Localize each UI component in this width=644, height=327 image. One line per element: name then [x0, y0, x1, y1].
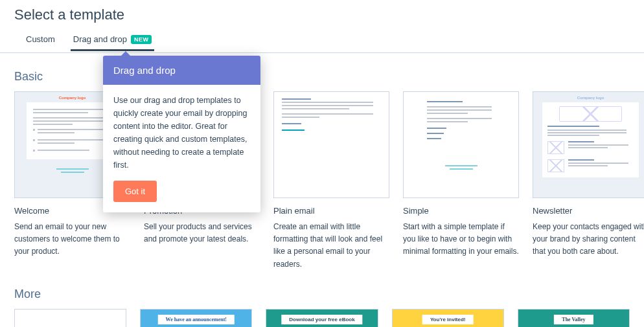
tab-drag-and-drop-label: Drag and drop: [73, 34, 127, 44]
tabs: Custom Drag and drop NEW: [0, 32, 644, 53]
more-card-valley[interactable]: The Valley: [518, 309, 630, 327]
template-title: Simple: [403, 206, 519, 216]
template-desc: Send an email to your new customers to w…: [14, 221, 130, 258]
page-title: Select a template: [0, 0, 644, 32]
more-card-label: Download your free eBook: [281, 315, 362, 325]
more-card-invited[interactable]: You're invited!: [392, 309, 504, 327]
template-desc: Keep your contacts engaged with your bra…: [533, 221, 644, 258]
template-card-simple: Simple Start with a simple template if y…: [403, 91, 519, 271]
template-desc: Start with a simple template if you like…: [403, 221, 519, 258]
more-card-announcement[interactable]: We have an announcement!: [140, 309, 252, 327]
more-card-label: The Valley: [554, 315, 593, 325]
more-card-label: We have an announcement!: [158, 315, 235, 325]
got-it-button[interactable]: Got it: [113, 181, 157, 202]
template-card-plain-email: Plain email Create an email with little …: [273, 91, 389, 271]
tab-drag-and-drop[interactable]: Drag and drop NEW: [73, 34, 152, 51]
template-title: Newsletter: [533, 206, 644, 216]
popover-body: Use our drag and drop templates to quick…: [113, 94, 250, 172]
section-title-more: More: [0, 271, 644, 309]
template-thumb-plain-email[interactable]: [273, 91, 389, 198]
new-badge: NEW: [131, 35, 152, 44]
template-desc: Sell your products and services and prom…: [144, 221, 260, 245]
thumb-hero-title: [547, 126, 599, 127]
thumb-logo-text: Company logo: [533, 92, 644, 102]
template-desc: Create an email with little formatting t…: [273, 221, 389, 271]
template-thumb-simple[interactable]: [403, 91, 519, 198]
onboarding-popover: Drag and drop Use our drag and drop temp…: [103, 56, 260, 212]
template-grid-basic: Company logo Welcome Send an email to yo…: [0, 91, 644, 271]
template-title: Plain email: [273, 206, 389, 216]
section-title-basic: Basic: [0, 53, 644, 91]
template-card-newsletter: Company logo Newsletter Keep your contac…: [533, 91, 644, 271]
tab-custom-label: Custom: [26, 34, 55, 44]
template-grid-more: We have an announcement! Download your f…: [0, 309, 644, 327]
template-thumb-newsletter[interactable]: Company logo: [533, 91, 644, 198]
more-card-label: You're invited!: [422, 315, 474, 325]
popover-title: Drag and drop: [103, 56, 260, 85]
tab-custom[interactable]: Custom: [26, 34, 55, 51]
more-card-0[interactable]: [14, 309, 126, 327]
more-card-ebook[interactable]: Download your free eBook: [266, 309, 378, 327]
